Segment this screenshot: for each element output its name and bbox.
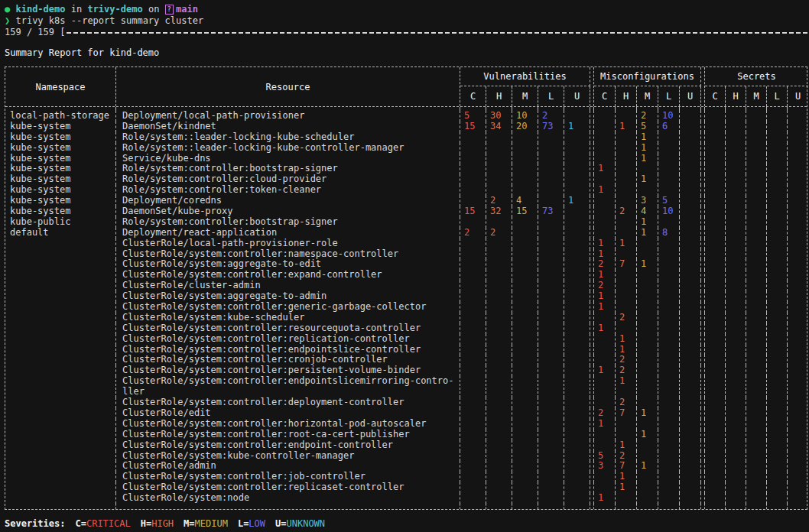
count-cell bbox=[680, 228, 701, 238]
namespace-cell: local-path-storage bbox=[5, 111, 116, 122]
count-cell bbox=[538, 408, 564, 419]
count-cell bbox=[637, 281, 658, 291]
progress-count: 159 / 159 [ bbox=[5, 27, 65, 38]
count-cell bbox=[637, 493, 658, 504]
count-cell bbox=[767, 451, 788, 462]
count-cell bbox=[746, 164, 767, 174]
count-cell bbox=[512, 419, 538, 430]
count-cell bbox=[460, 302, 486, 313]
count-cell: 2 bbox=[594, 281, 616, 291]
count-cell bbox=[788, 313, 808, 323]
summary-table: NamespaceResourceVulnerabilitiesCHMLUMis… bbox=[5, 66, 807, 510]
count-cell bbox=[788, 174, 808, 185]
count-cell bbox=[594, 313, 616, 323]
count-cell: 2 bbox=[460, 228, 486, 238]
resource-cell: ClusterRole/system:controller:replicatio… bbox=[116, 334, 460, 345]
count-cell bbox=[680, 493, 701, 504]
count-cell bbox=[788, 493, 808, 504]
count-cell bbox=[726, 482, 746, 493]
count-cell bbox=[788, 238, 808, 249]
count-cell bbox=[746, 228, 767, 238]
count-cell bbox=[460, 419, 486, 430]
count-cell bbox=[705, 249, 726, 260]
namespace-cell bbox=[5, 345, 116, 355]
count-cell bbox=[705, 376, 726, 397]
count-cell bbox=[658, 302, 680, 313]
count-cell bbox=[486, 493, 512, 504]
count-cell: 6 bbox=[658, 122, 680, 132]
severity-column-header: C bbox=[705, 86, 726, 106]
count-cell bbox=[538, 313, 564, 323]
count-cell bbox=[512, 345, 538, 355]
table-row: ClusterRole/system:controller:horizontal… bbox=[5, 419, 807, 430]
count-cell: 1 bbox=[616, 122, 637, 132]
count-cell bbox=[726, 376, 746, 397]
count-cell bbox=[680, 217, 701, 228]
count-cell bbox=[460, 196, 486, 206]
count-cell bbox=[460, 365, 486, 376]
count-cell: 2 bbox=[616, 397, 637, 408]
resource-cell: ClusterRole/cluster-admin bbox=[116, 281, 460, 291]
count-cell bbox=[637, 185, 658, 196]
count-cell bbox=[767, 302, 788, 313]
count-cell bbox=[680, 164, 701, 174]
terminal[interactable]: ● kind-demo in trivy-demo on ?main ❯ tri… bbox=[0, 0, 809, 530]
count-cell: 1 bbox=[637, 228, 658, 238]
table-row: ClusterRole/system:node1 bbox=[5, 493, 807, 504]
count-cell bbox=[460, 355, 486, 365]
count-cell bbox=[460, 132, 486, 143]
count-cell bbox=[726, 440, 746, 451]
count-cell bbox=[767, 238, 788, 249]
count-cell bbox=[616, 419, 637, 430]
resource-cell: ClusterRole/system:controller:namespace-… bbox=[116, 249, 460, 260]
count-cell bbox=[705, 196, 726, 206]
count-cell bbox=[788, 132, 808, 143]
count-cell: 1 bbox=[637, 461, 658, 472]
severity-column-header: H bbox=[726, 86, 746, 106]
count-cell bbox=[616, 281, 637, 291]
count-cell: 1 bbox=[616, 472, 637, 482]
count-cell bbox=[746, 461, 767, 472]
count-cell bbox=[564, 259, 590, 270]
prompt-caret-icon: ❯ bbox=[5, 15, 10, 26]
count-cell bbox=[680, 376, 701, 397]
count-cell bbox=[486, 217, 512, 228]
count-cell bbox=[460, 281, 486, 291]
table-row: ClusterRole/system:controller:expand-con… bbox=[5, 270, 807, 281]
count-cell bbox=[538, 132, 564, 143]
count-cell bbox=[538, 238, 564, 249]
count-cell bbox=[658, 132, 680, 143]
count-cell bbox=[767, 174, 788, 185]
count-cell bbox=[512, 164, 538, 174]
count-cell bbox=[705, 281, 726, 291]
severity-column-header: U bbox=[680, 86, 701, 106]
count-cell: 2 bbox=[616, 206, 637, 217]
count-cell bbox=[486, 408, 512, 419]
count-cell bbox=[637, 355, 658, 365]
count-cell bbox=[788, 196, 808, 206]
count-cell bbox=[680, 440, 701, 451]
count-cell: 1 bbox=[594, 302, 616, 313]
prompt-context: kind-demo bbox=[15, 4, 65, 15]
count-cell bbox=[658, 493, 680, 504]
count-cell: 1 bbox=[637, 143, 658, 154]
count-cell bbox=[512, 504, 538, 509]
count-cell bbox=[486, 323, 512, 334]
count-cell bbox=[767, 355, 788, 365]
count-cell: 7 bbox=[616, 259, 637, 270]
count-cell bbox=[486, 302, 512, 313]
count-cell bbox=[512, 174, 538, 185]
legend-item: U=UNKNOWN bbox=[275, 518, 325, 529]
count-cell bbox=[705, 206, 726, 217]
count-cell bbox=[705, 217, 726, 228]
count-cell bbox=[726, 313, 746, 323]
severity-column-header: U bbox=[788, 86, 808, 106]
count-cell bbox=[726, 217, 746, 228]
count-cell: 20 bbox=[512, 122, 538, 132]
count-cell bbox=[658, 217, 680, 228]
count-cell bbox=[564, 313, 590, 323]
count-cell bbox=[746, 174, 767, 185]
count-cell bbox=[564, 482, 590, 493]
count-cell bbox=[538, 355, 564, 365]
count-cell bbox=[616, 132, 637, 143]
